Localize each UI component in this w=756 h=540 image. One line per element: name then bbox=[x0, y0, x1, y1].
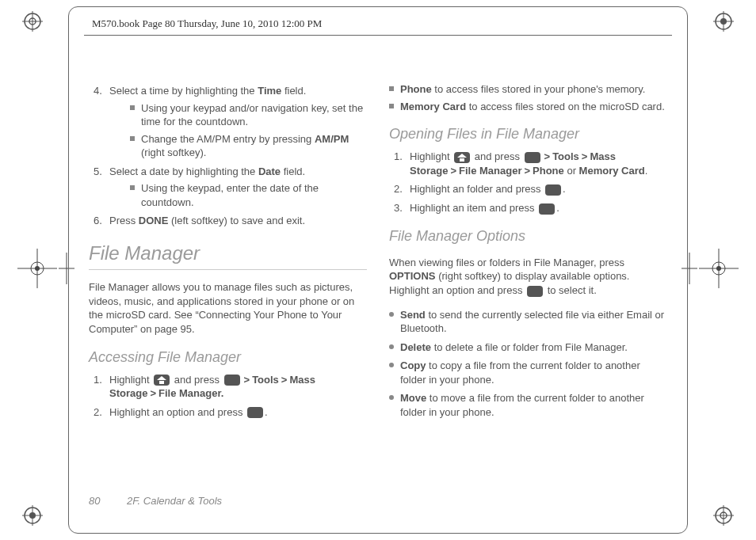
access-steps: Highlight and press >Tools>Mass Storage>… bbox=[89, 373, 367, 420]
heading-accessing: Accessing File Manager bbox=[89, 348, 367, 367]
step-5-sub: Using the keypad, enter the date of the … bbox=[109, 181, 367, 209]
framemaker-header: M570.book Page 80 Thursday, June 10, 201… bbox=[92, 17, 322, 30]
option-phone: Phone to access files stored in your pho… bbox=[389, 82, 667, 97]
chevron-right-icon: > bbox=[544, 150, 551, 162]
chevron-right-icon: > bbox=[150, 387, 156, 399]
access-options: Phone to access files stored in your pho… bbox=[389, 82, 667, 113]
file-manager-intro: File Manager allows you to manage files … bbox=[89, 280, 367, 336]
ok-key-icon bbox=[539, 203, 555, 215]
option-copy: Copy to copy a file from the current fol… bbox=[389, 359, 667, 386]
step-5-sub-1: Using the keypad, enter the date of the … bbox=[130, 181, 367, 209]
home-key-icon bbox=[154, 375, 170, 386]
footer-section: 2F. Calendar & Tools bbox=[127, 495, 222, 507]
step-4: Select a time by highlighting the Time f… bbox=[89, 84, 367, 160]
chevron-right-icon: > bbox=[582, 150, 588, 162]
step-4-sub-1: Using your keypad and/or navigation key,… bbox=[130, 101, 367, 129]
open-steps: Highlight and press >Tools>Mass Storage>… bbox=[389, 150, 667, 215]
step-4-sub-2: Change the AM/PM entry by pressing AM/PM… bbox=[130, 132, 367, 160]
step-6: Press DONE (left softkey) to save and ex… bbox=[89, 214, 367, 228]
option-send: Send to send the currently selected file… bbox=[389, 308, 667, 336]
page-number: 80 bbox=[89, 495, 100, 507]
open-step-2: Highlight an folder and press . bbox=[389, 182, 667, 196]
page-content: Select a time by highlighting the Time f… bbox=[89, 79, 667, 485]
chevron-right-icon: > bbox=[450, 165, 456, 177]
ok-key-icon bbox=[545, 184, 561, 196]
header-rule bbox=[84, 35, 672, 36]
access-step-1: Highlight and press >Tools>Mass Storage>… bbox=[89, 373, 367, 401]
open-step-3: Highlight an item and press . bbox=[389, 201, 667, 215]
ok-key-icon bbox=[527, 286, 543, 297]
print-target-top-right bbox=[713, 11, 734, 35]
chevron-right-icon: > bbox=[524, 165, 530, 177]
ok-key-icon bbox=[224, 375, 240, 386]
right-column: Phone to access files stored in your pho… bbox=[389, 79, 667, 485]
heading-file-manager: File Manager bbox=[89, 241, 367, 270]
print-target-bottom-right bbox=[713, 505, 734, 529]
left-column: Select a time by highlighting the Time f… bbox=[89, 79, 367, 485]
access-step-2: Highlight an option and press . bbox=[89, 405, 367, 420]
svg-point-23 bbox=[716, 266, 721, 271]
step-5: Select a date by highlighting the Date f… bbox=[89, 165, 367, 210]
svg-point-19 bbox=[35, 266, 40, 271]
ok-key-icon bbox=[525, 152, 540, 163]
chevron-right-icon: > bbox=[281, 374, 288, 386]
page-footer: 80 2F. Calendar & Tools bbox=[89, 495, 222, 507]
heading-opening: Opening Files in File Manager bbox=[389, 124, 667, 143]
option-move: Move to move a file from the current fol… bbox=[389, 391, 667, 419]
options-list: Send to send the currently selected file… bbox=[389, 308, 667, 420]
home-key-icon bbox=[454, 152, 470, 163]
chevron-right-icon: > bbox=[244, 374, 250, 386]
print-cross-right bbox=[699, 249, 739, 291]
options-intro: When viewing files or folders in File Ma… bbox=[389, 256, 667, 298]
option-delete: Delete to delete a file or folder from F… bbox=[389, 340, 667, 355]
step-4-sub: Using your keypad and/or navigation key,… bbox=[109, 101, 367, 160]
ok-key-icon bbox=[247, 407, 263, 418]
heading-options: File Manager Options bbox=[389, 226, 667, 245]
open-step-1: Highlight and press >Tools>Mass Storage>… bbox=[389, 150, 667, 177]
print-target-top-left bbox=[22, 11, 43, 35]
print-cross-left bbox=[17, 249, 57, 291]
countdown-steps-cont: Select a time by highlighting the Time f… bbox=[89, 84, 367, 228]
option-memory-card: Memory Card to access files stored on th… bbox=[389, 100, 667, 114]
print-target-bottom-left bbox=[22, 505, 43, 529]
